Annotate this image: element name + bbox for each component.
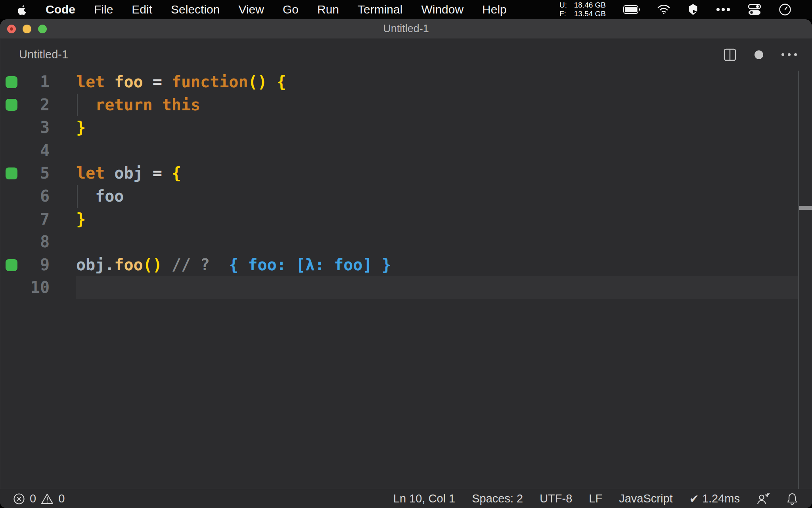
code-line-9[interactable]: 9obj.foo() // ? { foo: [λ: foo] } xyxy=(0,254,812,277)
code-line-6[interactable]: 6 foo xyxy=(0,185,812,208)
line-number: 1 xyxy=(0,71,50,94)
code-token xyxy=(105,164,114,182)
menu-item-view[interactable]: View xyxy=(238,3,264,16)
code-token: . xyxy=(105,256,114,274)
line-content: return this xyxy=(76,94,812,117)
memory-used-value: 18.46 GB xyxy=(571,1,606,10)
line-content: } xyxy=(76,208,812,231)
more-dots-icon[interactable] xyxy=(716,8,730,12)
code-line-1[interactable]: 1let foo = function() { xyxy=(0,71,812,94)
window-controls xyxy=(7,19,47,39)
code-token: = xyxy=(153,164,162,182)
split-editor-icon[interactable] xyxy=(724,48,736,61)
code-editor[interactable]: 1let foo = function() {2 return this3}45… xyxy=(0,71,812,489)
status-item-ln-10-col-1[interactable]: Ln 10, Col 1 xyxy=(393,492,455,505)
person-check-icon[interactable] xyxy=(756,493,770,505)
memory-free-value: 13.54 GB xyxy=(571,10,606,18)
line-content: let foo = function() { xyxy=(76,71,812,94)
overview-ruler-marker[interactable] xyxy=(799,206,812,210)
status-item-utf-8[interactable]: UTF-8 xyxy=(540,492,572,505)
wifi-icon[interactable] xyxy=(657,5,670,14)
line-number: 7 xyxy=(0,208,50,231)
editor-header: Untitled-1 xyxy=(0,39,812,70)
line-number: 3 xyxy=(0,116,50,139)
line-content xyxy=(76,231,812,254)
menu-item-help[interactable]: Help xyxy=(482,3,507,16)
status-right-items: Ln 10, Col 1Spaces: 2UTF-8LFJavaScript xyxy=(393,492,673,505)
menu-item-run[interactable]: Run xyxy=(317,3,339,16)
code-token: obj xyxy=(114,164,143,182)
code-lines: 1let foo = function() {2 return this3}45… xyxy=(0,71,812,299)
clock-icon[interactable] xyxy=(779,3,791,16)
quokka-status[interactable]: ✔ 1.24ms xyxy=(689,492,740,506)
line-number: 9 xyxy=(0,254,50,277)
apple-menu-icon[interactable] xyxy=(18,4,27,15)
code-token: } xyxy=(76,210,86,228)
code-token: foo xyxy=(114,73,143,91)
bell-icon[interactable] xyxy=(787,493,798,505)
menu-item-go[interactable]: Go xyxy=(283,3,299,16)
status-item-spaces-2[interactable]: Spaces: 2 xyxy=(472,492,523,505)
code-token xyxy=(105,73,114,91)
menu-item-window[interactable]: Window xyxy=(421,3,463,16)
quokka-time: 1.24ms xyxy=(702,492,740,505)
inline-annotation: { foo: [λ: foo] } xyxy=(229,256,391,274)
tab-untitled-1[interactable]: Untitled-1 xyxy=(19,48,68,61)
status-bar: 0 0 Ln 10, Col 1Spaces: 2UTF-8LFJavaScri… xyxy=(0,489,812,508)
code-token: obj xyxy=(76,256,105,274)
code-line-5[interactable]: 5let obj = { xyxy=(0,162,812,185)
code-token: // ? xyxy=(172,256,210,274)
status-item-javascript[interactable]: JavaScript xyxy=(619,492,672,505)
memory-stats[interactable]: U: 18.46 GB F: 13.54 GB xyxy=(559,1,606,18)
code-token xyxy=(162,73,172,91)
minimize-button[interactable] xyxy=(23,25,31,33)
line-number: 10 xyxy=(0,276,50,299)
line-content xyxy=(76,139,812,162)
code-line-3[interactable]: 3} xyxy=(0,116,812,139)
line-content: let obj = { xyxy=(76,162,812,185)
code-token: { xyxy=(277,73,286,91)
code-token: function xyxy=(172,73,248,91)
more-actions-icon[interactable] xyxy=(781,53,797,56)
code-token: { xyxy=(172,164,181,182)
memory-free-label: F: xyxy=(559,10,567,18)
code-token: } xyxy=(76,118,86,137)
line-number: 5 xyxy=(0,162,50,185)
line-number: 2 xyxy=(0,94,50,117)
code-line-2[interactable]: 2 return this xyxy=(0,94,812,117)
code-token: foo xyxy=(95,187,124,205)
window-title-bar[interactable]: Untitled-1 xyxy=(0,19,812,39)
menu-item-terminal[interactable]: Terminal xyxy=(358,3,402,16)
warning-count: 0 xyxy=(58,492,65,505)
close-button[interactable] xyxy=(7,25,16,33)
menu-bar-status-area: U: 18.46 GB F: 13.54 GB xyxy=(559,1,791,18)
problems-indicator[interactable]: 0 0 xyxy=(13,492,65,505)
code-token xyxy=(143,73,153,91)
code-line-7[interactable]: 7} xyxy=(0,208,812,231)
code-token xyxy=(267,73,277,91)
code-token: foo xyxy=(114,256,143,274)
line-number: 6 xyxy=(0,185,50,208)
unsaved-dot-icon[interactable] xyxy=(755,50,763,59)
menu-item-edit[interactable]: Edit xyxy=(132,3,152,16)
menu-items: CodeFileEditSelectionViewGoRunTerminalWi… xyxy=(46,3,507,16)
code-token xyxy=(210,256,229,274)
indent-guide xyxy=(77,185,78,208)
code-token: this xyxy=(162,96,200,114)
editor-actions xyxy=(724,48,797,61)
line-number: 8 xyxy=(0,231,50,254)
menu-item-code[interactable]: Code xyxy=(46,3,75,16)
menu-item-selection[interactable]: Selection xyxy=(171,3,220,16)
code-token: () xyxy=(143,256,162,274)
code-line-8[interactable]: 8 xyxy=(0,231,812,254)
battery-icon[interactable] xyxy=(623,5,640,14)
status-item-lf[interactable]: LF xyxy=(589,492,602,505)
app-cube-icon[interactable] xyxy=(688,4,699,15)
code-line-10[interactable]: 10 xyxy=(0,276,812,299)
line-content: } xyxy=(76,116,812,139)
menu-item-file[interactable]: File xyxy=(94,3,113,16)
line-number: 4 xyxy=(0,139,50,162)
code-line-4[interactable]: 4 xyxy=(0,139,812,162)
zoom-button[interactable] xyxy=(38,25,47,33)
control-center-icon[interactable] xyxy=(748,4,761,15)
